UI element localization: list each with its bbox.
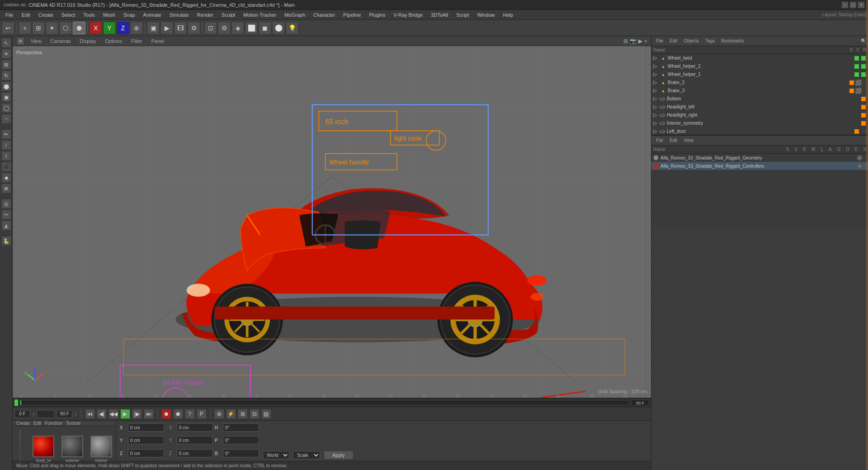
- select-tool[interactable]: ↖: [1, 38, 11, 48]
- obj-tab-tags[interactable]: Tags: [703, 38, 717, 44]
- viewport-tab-options[interactable]: Options: [102, 38, 125, 45]
- obj-row-interior-sym[interactable]: ▷ LO Interior_symmetry: [651, 119, 868, 127]
- z-axis-button[interactable]: Z: [117, 22, 129, 34]
- motion-mode-button[interactable]: ⊕: [214, 409, 224, 419]
- mat-swatch-interior[interactable]: interior: [90, 436, 112, 457]
- menu-snap[interactable]: Snap: [120, 11, 139, 19]
- mat-row-controllers[interactable]: Alfa_Romeo_33_Stradale_Red_Rigged_Contro…: [651, 162, 868, 170]
- viewport-close-icon[interactable]: ×: [644, 38, 647, 44]
- vis-dot-orange[interactable]: [849, 80, 854, 85]
- viewport-settings-icon[interactable]: ⚙: [16, 37, 24, 45]
- obj-row-bottom[interactable]: ▷ LO Bottom: [651, 95, 868, 103]
- close-button[interactable]: ×: [858, 2, 864, 8]
- python-tool[interactable]: 🐍: [1, 236, 11, 246]
- x-axis-button[interactable]: X: [90, 22, 102, 34]
- vis-dot-orange[interactable]: [861, 113, 866, 118]
- mat-tab-texture[interactable]: Texture: [66, 421, 81, 426]
- coord-y-input[interactable]: [128, 436, 164, 444]
- current-frame-input[interactable]: [14, 410, 30, 418]
- next-keyframe-button[interactable]: |▶: [132, 409, 142, 419]
- vis-dot-green2[interactable]: [861, 56, 866, 61]
- display-mode-button[interactable]: ◈: [231, 22, 244, 34]
- key-selection-button[interactable]: P: [197, 409, 207, 419]
- bot-tab-edit[interactable]: Edit: [667, 137, 680, 144]
- menu-vray[interactable]: V-Ray Bridge: [390, 11, 427, 19]
- viewport-tab-filter[interactable]: Filter: [128, 38, 145, 45]
- obj-tab-objects[interactable]: Objects: [681, 38, 702, 44]
- menu-plugins[interactable]: Plugins: [365, 11, 389, 19]
- smooth-tool[interactable]: 〜: [1, 210, 11, 220]
- vis-dot-orange[interactable]: [854, 129, 859, 134]
- add-object-button[interactable]: +: [19, 22, 31, 34]
- coord-b-input[interactable]: [223, 449, 259, 457]
- vis-dot-orange[interactable]: [861, 96, 866, 102]
- bot-tab-view[interactable]: View: [681, 137, 696, 144]
- timeline-track[interactable]: 0 5 10 15 20 25 30 35 40 45 50 55 60 65 …: [20, 400, 629, 405]
- obj-tab-bookmarks[interactable]: Bookmarks: [718, 38, 746, 44]
- live-select-tool[interactable]: ⬤: [1, 81, 11, 91]
- key-all-button[interactable]: ?: [185, 409, 195, 419]
- minimize-button[interactable]: −: [842, 2, 848, 8]
- vis-dot-green[interactable]: [854, 56, 859, 61]
- viewport-render-icon[interactable]: ▶: [638, 38, 642, 44]
- rotate-tool[interactable]: ↻: [1, 70, 11, 80]
- wireframe-button[interactable]: ⬜: [245, 22, 258, 34]
- mat-swatch-exterior[interactable]: exterior: [61, 436, 83, 457]
- coord-z2-input[interactable]: [177, 449, 213, 457]
- interactive-render-button[interactable]: ⚙: [188, 22, 200, 34]
- magnet-tool[interactable]: ◎: [1, 199, 11, 209]
- menu-pipeline[interactable]: Pipeline: [340, 11, 364, 19]
- obj-row-headlight-right[interactable]: ▷ LO Headlight_right: [651, 111, 868, 119]
- bot-tab-file[interactable]: File: [653, 137, 666, 144]
- menu-help[interactable]: Help: [500, 11, 517, 19]
- menu-mograph[interactable]: MoGraph: [281, 11, 309, 19]
- texture-button[interactable]: ⚪: [272, 22, 285, 34]
- box-select-tool[interactable]: ▣: [1, 92, 11, 102]
- prev-keyframe-button[interactable]: ◀|: [97, 409, 107, 419]
- vis-dot-orange[interactable]: [861, 121, 866, 126]
- path-select-tool[interactable]: ~: [1, 114, 11, 124]
- coord-x2-input[interactable]: [177, 423, 213, 432]
- viewport-tab-view[interactable]: View: [28, 38, 44, 45]
- vis-dot-orange[interactable]: [861, 104, 866, 110]
- menu-3dtoall[interactable]: 3DToAll: [427, 11, 452, 19]
- menu-window[interactable]: Window: [473, 11, 498, 19]
- menu-render[interactable]: Render: [193, 11, 217, 19]
- menu-simulate[interactable]: Simulate: [166, 11, 193, 19]
- window-controls[interactable]: − □ ×: [842, 2, 864, 8]
- obj-row-brake2[interactable]: ▷ ▲ Brake_2 ···: [651, 79, 868, 87]
- viewport-tab-cameras[interactable]: Cameras: [48, 38, 74, 45]
- extrude-tool[interactable]: ⬛: [1, 162, 11, 172]
- bridge-tool[interactable]: ⌇: [1, 151, 11, 161]
- coord-y2-input[interactable]: [177, 436, 213, 444]
- menu-edit[interactable]: Edit: [18, 11, 34, 19]
- object-mode-button[interactable]: ⊞: [32, 22, 45, 34]
- mat-tab-function[interactable]: Function: [45, 421, 62, 426]
- y-axis-button[interactable]: Y: [103, 22, 116, 34]
- viewport-tab-panel[interactable]: Panel: [149, 38, 167, 45]
- bevel-tool[interactable]: ◆: [1, 173, 11, 183]
- vis-dot[interactable]: [854, 64, 859, 69]
- snap-settings-button[interactable]: ⚙: [218, 22, 231, 34]
- goto-start-button[interactable]: ⏮: [85, 409, 95, 419]
- end-frame-input[interactable]: [57, 410, 72, 418]
- scale-tool[interactable]: ⊞: [1, 60, 11, 70]
- play-button[interactable]: ▶: [120, 409, 130, 419]
- obj-row-wheel-twist[interactable]: ▷ ▲ Wheel_twist: [651, 54, 868, 62]
- play-reverse-button[interactable]: ◀◀: [108, 409, 118, 419]
- obj-row-wheel-helper2[interactable]: ▷ ▲ Wheel_helper_2: [651, 62, 868, 70]
- render-to-po-button[interactable]: 🎞: [174, 22, 187, 34]
- viewport-maximize-icon[interactable]: ⊞: [623, 38, 628, 44]
- knife-tool[interactable]: /: [1, 140, 11, 150]
- menu-animate[interactable]: Animate: [140, 11, 165, 19]
- move-tool[interactable]: ✛: [1, 49, 11, 59]
- schematic-button[interactable]: ⊟: [250, 409, 259, 419]
- all-axis-button[interactable]: ⊕: [130, 22, 143, 34]
- viewport-tab-display[interactable]: Display: [77, 38, 99, 45]
- menu-script[interactable]: Script: [453, 11, 472, 19]
- menu-file[interactable]: File: [2, 11, 17, 19]
- vis-dot-orange[interactable]: [849, 88, 854, 94]
- obj-row-headlight-left[interactable]: ▷ LO Headlight_left: [651, 103, 868, 111]
- obj-row-brake3[interactable]: ▷ ▲ Brake_3 ···: [651, 87, 868, 95]
- menu-motion-tracker[interactable]: Motion Tracker: [240, 11, 280, 19]
